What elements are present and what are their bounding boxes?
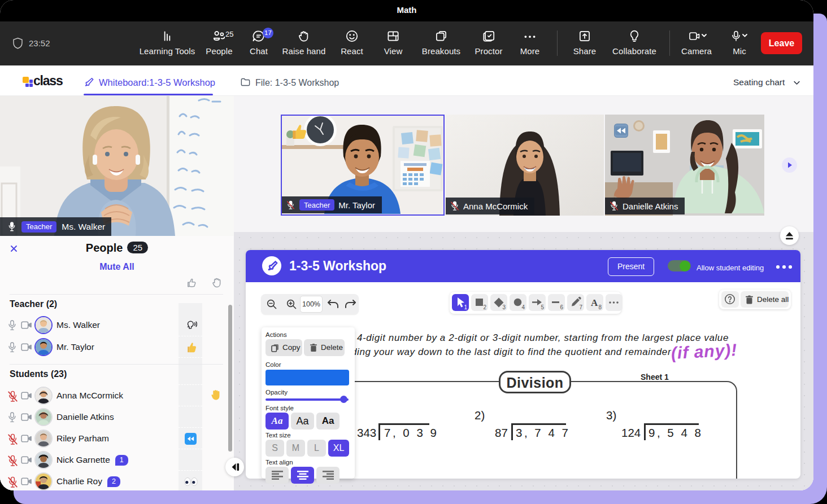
svg-text:A: A xyxy=(591,297,598,308)
